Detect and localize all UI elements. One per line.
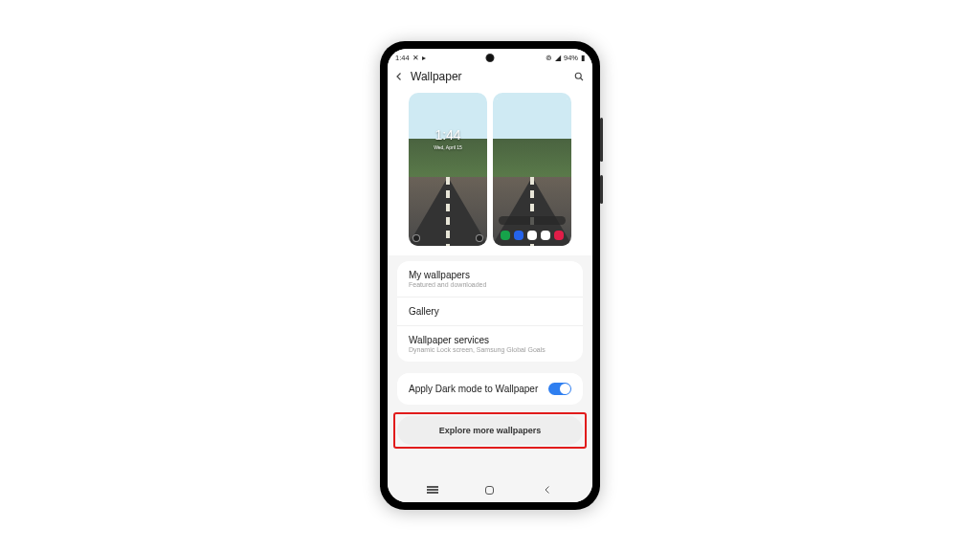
volume-button	[600, 118, 603, 162]
nav-back-icon[interactable]	[542, 484, 553, 496]
chrome-app-icon	[527, 231, 537, 240]
messages-app-icon	[514, 231, 523, 240]
wallpaper-previews: 1:44 Wed, April 15 ··	[388, 89, 592, 255]
my-wallpapers-subtitle: Featured and downloaded	[409, 281, 571, 288]
playstore-app-icon	[541, 231, 550, 240]
gallery-item[interactable]: Gallery	[397, 298, 583, 326]
phone-screen: 1:44 ✕ ▸ ⊚ ◢ 94% ▮ Wallpaper 1:44	[388, 49, 592, 502]
signal-icon: ◢	[555, 54, 561, 62]
status-bar: 1:44 ✕ ▸ ⊚ ◢ 94% ▮	[388, 49, 592, 66]
navigation-bar	[388, 477, 592, 502]
dark-mode-toggle[interactable]	[548, 383, 571, 395]
phone-device-frame: 1:44 ✕ ▸ ⊚ ◢ 94% ▮ Wallpaper 1:44	[380, 41, 600, 510]
wallpaper-sources-list: My wallpapers Featured and downloaded Ga…	[397, 261, 583, 362]
dark-mode-row[interactable]: Apply Dark mode to Wallpaper	[397, 373, 583, 405]
phone-app-icon	[501, 231, 510, 240]
lock-phone-icon	[412, 234, 420, 242]
my-wallpapers-item[interactable]: My wallpapers Featured and downloaded	[397, 261, 583, 298]
no-sim-icon: ✕	[412, 54, 419, 62]
services-subtitle: Dynamic Lock screen, Samsung Global Goal…	[409, 346, 571, 353]
wifi-icon: ⊚	[546, 54, 552, 62]
gallery-title: Gallery	[409, 306, 571, 317]
google-search-widget	[499, 216, 566, 225]
lock-time: 1:44	[409, 127, 487, 143]
explore-more-wallpapers-button[interactable]: Explore more wallpapers	[397, 416, 583, 445]
lockscreen-preview[interactable]: 1:44 Wed, April 15	[409, 93, 487, 246]
nav-recents-icon[interactable]	[427, 489, 438, 491]
services-title: Wallpaper services	[409, 335, 571, 345]
back-icon[interactable]	[393, 71, 405, 82]
dock-row	[493, 231, 571, 240]
my-wallpapers-title: My wallpapers	[409, 270, 571, 280]
lock-camera-icon	[476, 234, 483, 242]
dark-mode-label: Apply Dark mode to Wallpaper	[409, 384, 538, 394]
status-time: 1:44	[395, 54, 410, 62]
explore-button-wrap: Explore more wallpapers	[397, 416, 583, 445]
nav-home-icon[interactable]	[485, 486, 494, 495]
video-icon: ▸	[422, 54, 426, 62]
wallpaper-services-item[interactable]: Wallpaper services Dynamic Lock screen, …	[397, 326, 583, 362]
home-status-mini: ··	[497, 97, 568, 101]
battery-percent: 94%	[564, 54, 578, 62]
power-button	[600, 175, 603, 204]
page-title: Wallpaper	[411, 70, 568, 83]
lock-date: Wed, April 15	[409, 144, 487, 150]
battery-icon: ▮	[581, 54, 585, 62]
search-icon[interactable]	[573, 71, 585, 82]
camera-app-icon	[554, 231, 564, 240]
svg-point-0	[575, 73, 581, 78]
app-header: Wallpaper	[388, 66, 592, 89]
homescreen-preview[interactable]: ··	[493, 93, 571, 246]
